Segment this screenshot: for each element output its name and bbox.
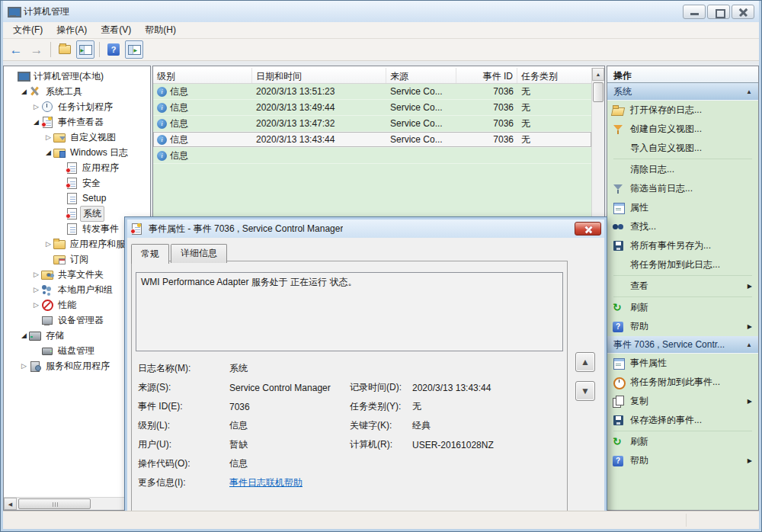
chevron-up-icon[interactable]: ▲	[746, 341, 752, 348]
tree-item-0[interactable]: 计算机管理(本地)	[4, 69, 150, 84]
field-row-5: 操作代码(O):信息	[138, 454, 564, 473]
action-item-0-5[interactable]: 筛选当前日志...	[607, 179, 758, 198]
help-button[interactable]: ?	[104, 40, 123, 59]
action-item-0-0[interactable]: 打开保存的日志...	[607, 101, 758, 120]
toolbar-separator	[50, 42, 51, 57]
collapsed-arrow-icon[interactable]: ▷	[31, 271, 41, 278]
dialog-close-button[interactable]	[575, 222, 601, 236]
menu-item-0[interactable]: 文件(F)	[6, 22, 50, 38]
action-item-0-1[interactable]: 创建自定义视图...	[607, 120, 758, 139]
collapsed-arrow-icon[interactable]: ▷	[19, 362, 29, 370]
action-item-0-14[interactable]: 帮助▶	[607, 317, 758, 336]
minimize-button[interactable]	[683, 5, 706, 19]
collapsed-arrow-icon[interactable]: ▷	[31, 301, 41, 309]
export-folder-button[interactable]	[56, 40, 74, 59]
event-row-4[interactable]: i信息	[153, 148, 591, 164]
actions-separator	[613, 296, 752, 297]
tree-item-3[interactable]: ◢事件查看器	[4, 114, 150, 130]
field-label: 用户(U):	[138, 438, 229, 451]
menu-item-1[interactable]: 操作(A)	[50, 22, 94, 38]
information-icon: i	[157, 87, 167, 97]
action-item-1-0[interactable]: 事件属性	[607, 354, 758, 373]
action-item-0-4[interactable]: 清除日志...	[607, 160, 758, 179]
cell-1: 2020/3/13 13:43:44	[252, 132, 386, 147]
action-item-0-6[interactable]: 属性	[607, 198, 758, 217]
field-value: 经典	[412, 419, 564, 432]
column-header-4[interactable]: 任务类别	[517, 68, 593, 83]
dialog-titlebar[interactable]: 事件属性 - 事件 7036 , Service Control Manager	[127, 220, 604, 238]
action-item-label: 帮助	[630, 454, 648, 467]
event-row-3[interactable]: i信息2020/3/13 13:43:44Service Co...7036无	[153, 132, 591, 148]
tree-item-7[interactable]: 安全	[4, 175, 150, 191]
collapsed-arrow-icon[interactable]: ▷	[31, 286, 41, 293]
tree-item-1[interactable]: ◢系统工具	[4, 84, 150, 99]
menu-item-2[interactable]: 查看(V)	[94, 22, 138, 38]
tree-item-8[interactable]: Setup	[4, 191, 150, 206]
event-description-box[interactable]: WMI Performance Adapter 服务处于 正在运行 状态。	[136, 272, 563, 351]
show-console-tree-button[interactable]	[76, 40, 94, 59]
restore-button[interactable]	[707, 5, 730, 19]
column-header-0[interactable]: 级别	[153, 68, 252, 83]
action-item-1-1[interactable]: 将任务附加到此事件...	[607, 373, 758, 392]
collapsed-arrow-icon[interactable]: ▷	[43, 133, 53, 141]
column-header-3[interactable]: 事件 ID	[456, 68, 517, 83]
tab-general[interactable]: 常规	[131, 244, 169, 264]
expanded-arrow-icon[interactable]: ◢	[19, 332, 29, 339]
computer-management-window: 计算机管理 文件(F)操作(A)查看(V)帮助(H) ←→? 计算机管理(本地)…	[0, 0, 762, 532]
action-item-0-11[interactable]: 查看▶	[607, 277, 758, 296]
column-header-1[interactable]: 日期和时间	[252, 68, 386, 83]
action-item-0-13[interactable]: 刷新	[607, 298, 758, 317]
save-icon	[612, 240, 626, 252]
action-group-header-0[interactable]: 系统▲	[607, 83, 758, 101]
scroll-up-icon[interactable]: ▲	[592, 68, 604, 81]
event-description-text: WMI Performance Adapter 服务处于 正在运行 状态。	[141, 277, 357, 287]
expanded-arrow-icon[interactable]: ◢	[31, 118, 41, 126]
event-row-2[interactable]: i信息2020/3/13 13:47:32Service Co...7036无	[153, 116, 591, 132]
tree-item-label: 订阅	[68, 252, 91, 267]
tree-item-label: 系统	[80, 206, 104, 222]
chevron-up-icon[interactable]: ▲	[746, 88, 752, 95]
action-item-1-3[interactable]: 保存选择的事件...	[607, 411, 758, 430]
action-item-0-2[interactable]: 导入自定义视图...	[607, 139, 758, 158]
scrollbar-thumb[interactable]	[593, 82, 604, 102]
forward-button[interactable]: →	[27, 40, 46, 59]
computer-icon	[17, 71, 29, 82]
action-item-1-2[interactable]: 复制▶	[607, 392, 758, 411]
close-button[interactable]	[732, 5, 754, 19]
down-arrow-button[interactable]: ▼	[575, 381, 595, 401]
action-item-1-6[interactable]: 帮助▶	[607, 451, 758, 470]
scroll-left-icon[interactable]: ◀	[4, 498, 17, 510]
action-item-0-8[interactable]: 将所有事件另存为...	[607, 236, 758, 255]
tree-item-6[interactable]: 应用程序	[4, 160, 150, 175]
toolbar-separator	[99, 42, 100, 57]
funnel-gray-icon	[612, 183, 626, 195]
expanded-arrow-icon[interactable]: ◢	[19, 88, 29, 95]
tab-details[interactable]: 详细信息	[171, 244, 227, 263]
tree-item-4[interactable]: ▷自定义视图	[4, 130, 150, 145]
collapsed-arrow-icon[interactable]: ▷	[43, 240, 53, 248]
menu-item-3[interactable]: 帮助(H)	[138, 22, 183, 38]
event-row-1[interactable]: i信息2020/3/13 13:49:44Service Co...7036无	[153, 100, 591, 116]
action-item-0-9[interactable]: 将任务附加到此日志...	[607, 255, 758, 274]
event-row-0[interactable]: i信息2020/3/13 13:51:23Service Co...7036无	[153, 84, 591, 100]
tree-item-label: 服务和应用程序	[43, 359, 112, 373]
field-value: 信息	[229, 419, 350, 432]
column-header-2[interactable]: 来源	[386, 68, 456, 83]
scrollbar-thumb[interactable]	[18, 498, 91, 509]
collapsed-arrow-icon[interactable]: ▷	[31, 103, 41, 111]
expanded-arrow-icon[interactable]: ◢	[43, 149, 53, 156]
tree-item-5[interactable]: ◢Windows 日志	[4, 145, 150, 160]
window-titlebar[interactable]: 计算机管理	[3, 1, 759, 22]
tree-item-2[interactable]: ▷任务计划程序	[4, 99, 150, 114]
action-item-0-7[interactable]: 查找...	[607, 217, 758, 236]
submenu-arrow-icon: ▶	[748, 398, 752, 405]
action-group-header-1[interactable]: 事件 7036 , Service Contr...▲	[607, 336, 758, 354]
back-button[interactable]: ←	[7, 40, 25, 59]
action-item-1-5[interactable]: 刷新	[607, 432, 758, 451]
tree-item-label: 性能	[56, 298, 78, 312]
online-help-link[interactable]: 事件日志联机帮助	[229, 476, 350, 489]
up-arrow-button[interactable]: ▲	[575, 352, 595, 372]
action-item-label: 事件属性	[630, 357, 667, 370]
cell-3: 7036	[456, 100, 517, 115]
show-action-pane-button[interactable]	[125, 40, 143, 59]
